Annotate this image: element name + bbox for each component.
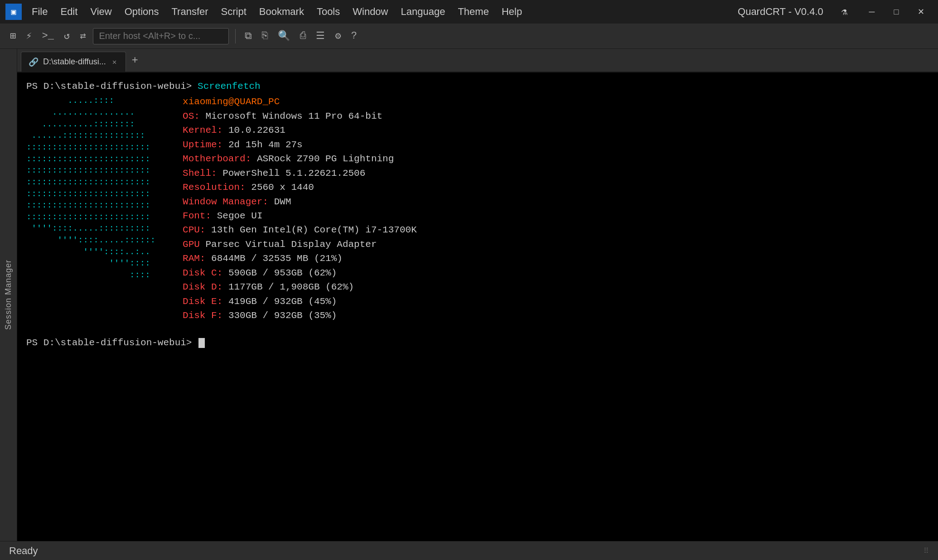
toolbar-settings-icon[interactable]: ☰ — [313, 28, 328, 44]
screenfetch-output: .....:::: ................ ..........:::… — [26, 95, 929, 323]
menu-window[interactable]: Window — [346, 3, 394, 20]
window-controls: ─ □ ✕ — [860, 4, 933, 20]
toolbar-refresh-icon[interactable]: ↺ — [61, 28, 73, 44]
toolbar-gear-icon[interactable]: ⚙ — [332, 28, 343, 44]
tab-link-icon: 🔗 — [29, 57, 39, 67]
app-title: QuardCRT - V0.4.0 — [738, 6, 823, 18]
sysinfo-motherboard: Motherboard: ASRock Z790 PG Lightning — [183, 152, 417, 166]
title-bar: ▣ File Edit View Options Transfer Script… — [0, 0, 938, 24]
sysinfo-uptime: Uptime: 2d 15h 4m 27s — [183, 138, 417, 152]
sysinfo-disk-c: Disk C: 590GB / 953GB (62%) — [183, 266, 417, 280]
sysinfo-kernel: Kernel: 10.0.22631 — [183, 124, 417, 137]
resize-grip-icon: ⠿ — [923, 546, 929, 555]
sysinfo-resolution: Resolution: 2560 x 1440 — [183, 181, 417, 194]
sysinfo-os: OS: Microsoft Windows 11 Pro 64-bit — [183, 110, 417, 123]
app-icon: ▣ — [5, 4, 22, 20]
prompt-ps-1: PS D:\stable-diffusion-webui> — [26, 81, 192, 92]
menu-theme[interactable]: Theme — [451, 3, 495, 20]
add-tab-button[interactable]: + — [127, 53, 142, 68]
session-manager-label: Session Manager — [4, 260, 13, 330]
toolbar-copy-icon[interactable]: ⧉ — [242, 29, 255, 44]
toolbar-lightning-icon[interactable]: ⚡ — [23, 28, 34, 44]
toolbar-connect-icon[interactable]: ⊞ — [7, 28, 19, 44]
flask-icon: ⚗ — [841, 6, 847, 18]
menu-edit[interactable]: Edit — [54, 3, 84, 20]
restore-button[interactable]: □ — [885, 4, 908, 20]
sysinfo-panel: xiaoming@QUARD_PC OS: Microsoft Windows … — [183, 95, 417, 323]
command-text: Screenfetch — [198, 81, 261, 92]
toolbar: ⊞ ⚡ >_ ↺ ⇄ ⧉ ⎘ 🔍 ⎙ ☰ ⚙ ? — [0, 24, 938, 49]
sysinfo-ram: RAM: 6844MB / 32535 MB (21%) — [183, 252, 417, 266]
toolbar-print-icon[interactable]: ⎙ — [297, 29, 309, 43]
sysinfo-gpu: GPU Parsec Virtual Display Adapter — [183, 238, 417, 251]
sysinfo-shell: Shell: PowerShell 5.1.22621.2506 — [183, 167, 417, 180]
prompt-line-2: PS D:\stable-diffusion-webui> — [26, 336, 929, 350]
sysinfo-cpu: CPU: 13th Gen Intel(R) Core(TM) i7-13700… — [183, 223, 417, 237]
toolbar-help-icon[interactable]: ? — [348, 29, 360, 43]
terminal-container: 🔗 D:\stable-diffusi... ✕ + PS D:\stable-… — [17, 49, 938, 541]
menu-bookmark[interactable]: Bookmark — [253, 3, 310, 20]
menu-file[interactable]: File — [25, 3, 54, 20]
close-button[interactable]: ✕ — [909, 4, 933, 20]
menu-help[interactable]: Help — [495, 3, 528, 20]
menu-transfer[interactable]: Transfer — [165, 3, 215, 20]
sysinfo-disk-e: Disk E: 419GB / 932GB (45%) — [183, 295, 417, 309]
menu-bar: File Edit View Options Transfer Script B… — [25, 3, 738, 20]
tab-label: D:\stable-diffusi... — [43, 57, 106, 67]
username-display: xiaoming@QUARD_PC — [183, 95, 417, 109]
menu-options[interactable]: Options — [118, 3, 165, 20]
terminal-output[interactable]: PS D:\stable-diffusion-webui> Screenfetc… — [17, 72, 938, 541]
toolbar-paste-icon[interactable]: ⎘ — [259, 29, 271, 43]
prompt-ps-2: PS D:\stable-diffusion-webui> — [26, 338, 192, 348]
sysinfo-wm: Window Manager: DWM — [183, 195, 417, 209]
host-input[interactable] — [93, 28, 229, 44]
ascii-art: .....:::: ................ ..........:::… — [26, 95, 155, 323]
prompt-line-1: PS D:\stable-diffusion-webui> Screenfetc… — [26, 80, 929, 93]
sysinfo-disk-f: Disk F: 330GB / 932GB (35%) — [183, 309, 417, 323]
cursor — [198, 338, 205, 348]
minimize-button[interactable]: ─ — [860, 4, 884, 20]
sysinfo-disk-d: Disk D: 1177GB / 1,908GB (62%) — [183, 280, 417, 294]
tab-bar: 🔗 D:\stable-diffusi... ✕ + — [17, 49, 938, 72]
main-area: Session Manager 🔗 D:\stable-diffusi... ✕… — [0, 49, 938, 541]
toolbar-transfer-icon[interactable]: ⇄ — [77, 28, 88, 44]
status-text: Ready — [9, 545, 38, 557]
tab-close-button[interactable]: ✕ — [111, 57, 119, 68]
toolbar-separator — [235, 29, 236, 43]
menu-tools[interactable]: Tools — [310, 3, 346, 20]
session-manager-sidebar[interactable]: Session Manager — [0, 49, 17, 541]
active-tab[interactable]: 🔗 D:\stable-diffusi... ✕ — [21, 52, 126, 72]
sysinfo-font: Font: Segoe UI — [183, 209, 417, 223]
menu-language[interactable]: Language — [395, 3, 452, 20]
menu-view[interactable]: View — [84, 3, 118, 20]
status-bar: Ready ⠿ — [0, 541, 938, 560]
toolbar-terminal-icon[interactable]: >_ — [39, 29, 57, 43]
menu-script[interactable]: Script — [215, 3, 253, 20]
toolbar-search-icon[interactable]: 🔍 — [275, 28, 293, 44]
